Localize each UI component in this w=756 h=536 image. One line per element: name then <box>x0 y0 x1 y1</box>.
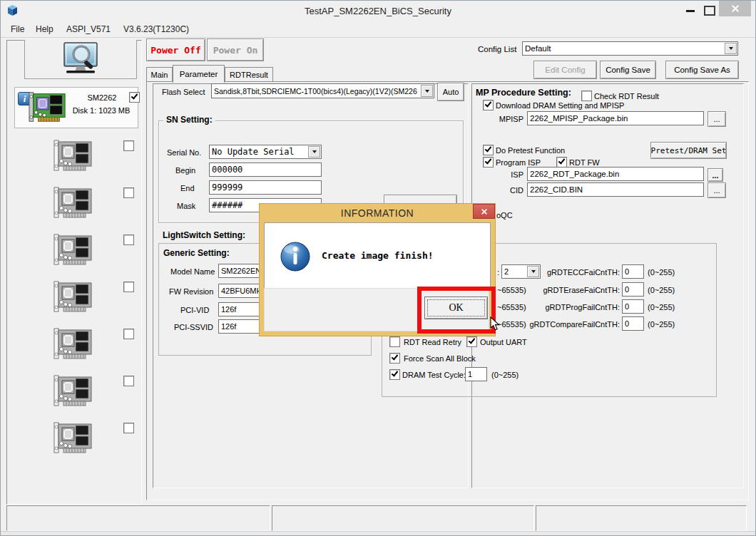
rdt-row1-value: 2 <box>504 267 509 276</box>
red-highlight-annotation <box>417 287 496 334</box>
pci-ssvid-label: PCI-SSVID <box>174 323 213 331</box>
auto-button[interactable]: Auto <box>437 83 464 101</box>
serial-no-combobox[interactable]: No Update Serial <box>209 145 322 159</box>
flash-select-dropdown-icon[interactable] <box>421 85 433 97</box>
rdt-read-retry-label: RDT Read Retry <box>404 338 461 346</box>
begin-input[interactable]: 000000 <box>209 163 322 177</box>
grdtprog-range: (0~255) <box>648 303 675 311</box>
tab-rdtresult[interactable]: RDTResult <box>225 67 273 82</box>
rdt-read-retry-checkbox[interactable] <box>389 336 400 347</box>
close-icon <box>732 5 739 12</box>
config-save-button[interactable]: Config Save <box>600 61 656 79</box>
config-list-dropdown-icon[interactable] <box>725 43 737 54</box>
device-checkbox[interactable] <box>123 282 134 292</box>
rdt-row1-dropdown-icon[interactable] <box>527 266 539 277</box>
menu-file[interactable]: File <box>11 24 24 34</box>
device-slot-empty[interactable] <box>7 234 140 269</box>
dram-test-cycle-range: (0~255) <box>491 371 519 379</box>
end-input[interactable]: 999999 <box>209 180 322 195</box>
scan-disk-icon <box>58 42 103 76</box>
force-scan-checkbox[interactable] <box>389 353 400 364</box>
grdtcompare-range: (0~255) <box>648 320 675 329</box>
mask-label: Mask <box>177 202 195 210</box>
config-save-as-button[interactable]: Config Save As <box>665 61 739 79</box>
generic-setting-title: Generic Setting: <box>163 248 230 258</box>
output-uart-label: Output UART <box>480 338 527 346</box>
grdtcompare-input[interactable]: 0 <box>622 316 644 331</box>
device-slot-empty[interactable] <box>7 281 140 316</box>
mpisp-browse-button[interactable]: ... <box>708 111 726 127</box>
power-off-button[interactable]: Power Off <box>146 38 205 61</box>
dram-test-cycle-label: DRAM Test Cycle: <box>402 371 466 379</box>
device-checkbox[interactable] <box>129 92 140 103</box>
grdtecc-input[interactable]: 0 <box>622 264 644 279</box>
grdtcompare-label: gRDTCompareFailCntTH: <box>500 320 620 329</box>
serial-no-label: Serial No. <box>167 148 201 157</box>
grdtecc-label: gRDTECCFaiCntTH: <box>544 268 620 277</box>
titlebar: TestAP_SM2262EN_BiCS_Security <box>1 1 755 21</box>
device-slot-empty[interactable] <box>7 375 140 411</box>
grdtprog-input[interactable]: 0 <box>622 299 644 314</box>
grdterase-input[interactable]: 0 <box>622 282 644 297</box>
status-panel-left <box>6 505 270 531</box>
window-title: TestAP_SM2262EN_BiCS_Security <box>1 6 755 16</box>
device-slot-empty[interactable] <box>7 140 140 175</box>
dram-test-cycle-checkbox[interactable] <box>389 369 400 380</box>
config-list-combobox[interactable]: Default <box>522 41 738 56</box>
download-dram-checkbox[interactable] <box>483 100 494 110</box>
cid-input[interactable]: 2262_CID.BIN <box>527 182 704 197</box>
lightswitch-title: LightSwitch Setting: <box>163 230 245 240</box>
output-uart-checkbox[interactable] <box>466 336 477 347</box>
dialog-close-button[interactable] <box>473 204 495 219</box>
minimize-button[interactable] <box>686 10 695 12</box>
rdt-fw-checkbox[interactable] <box>556 157 567 168</box>
do-pretest-checkbox[interactable] <box>483 145 494 155</box>
dialog-body: Create image finish! <box>264 222 491 289</box>
edit-config-button[interactable]: Edit Config <box>533 61 597 79</box>
device-card-icon-gray <box>53 422 93 453</box>
maximize-button[interactable] <box>704 6 715 16</box>
mpisp-label: MPISP <box>496 115 523 123</box>
device-card-icon-gray <box>53 375 93 406</box>
tab-main[interactable]: Main <box>146 67 173 82</box>
check-rdt-result-label: Check RDT Result <box>594 92 659 100</box>
device-checkbox[interactable] <box>123 376 134 386</box>
status-panel-right <box>536 505 747 531</box>
mpisp-input[interactable]: 2262_MPISP_Package.bin <box>527 111 704 125</box>
rdt-fw-label: RDT FW <box>569 158 600 167</box>
serial-no-dropdown-icon[interactable] <box>308 146 320 158</box>
scan-button[interactable] <box>24 40 137 79</box>
device-checkbox[interactable] <box>123 329 134 339</box>
cid-browse-button[interactable]: ... <box>708 182 726 198</box>
grdtecc-range: (0~255) <box>648 268 675 277</box>
device-checkbox[interactable] <box>123 187 134 198</box>
pretest-dram-set-button[interactable]: Pretest/DRAM Set <box>650 142 727 159</box>
dialog-message: Create image finish! <box>322 250 434 261</box>
tab-parameter[interactable]: Parameter <box>173 65 225 83</box>
begin-label: Begin <box>175 166 195 175</box>
device-panel: i SM2262 Disk 1: 1023 MB <box>6 40 142 505</box>
program-isp-checkbox[interactable] <box>483 157 494 168</box>
menu-version[interactable]: V3.6.23(T1230C) <box>123 24 189 34</box>
device-checkbox[interactable] <box>123 423 134 433</box>
device-slot-empty[interactable] <box>7 187 140 222</box>
flash-select-combobox[interactable]: Sandisk,8Tbit,SDRCIEMC-1T00(bics4)(Legac… <box>211 83 434 98</box>
device-slot-empty[interactable] <box>7 328 140 364</box>
power-on-button[interactable]: Power On <box>207 38 264 61</box>
menu-aspi[interactable]: ASPI_V571 <box>66 24 111 34</box>
rdt-row1-combobox[interactable]: 2 <box>501 264 541 279</box>
config-list-label: Config List <box>478 45 516 53</box>
check-rdt-result-checkbox[interactable] <box>581 91 592 101</box>
device-checkbox[interactable] <box>123 234 134 245</box>
device-disk-size: Disk 1: 1023 MB <box>66 106 136 115</box>
close-button[interactable] <box>719 1 751 16</box>
menu-help[interactable]: Help <box>36 24 53 34</box>
device-checkbox[interactable] <box>123 140 134 151</box>
isp-input[interactable]: 2262_RDT_Package.bin <box>527 167 704 181</box>
device-card-icon-gray <box>53 328 93 359</box>
download-dram-label: Download DRAM Setting and MPISP <box>496 101 624 110</box>
device-item-selected[interactable]: i SM2262 Disk 1: 1023 MB <box>14 87 138 128</box>
device-slot-empty[interactable] <box>7 422 140 458</box>
dram-test-cycle-input[interactable]: 1 <box>465 367 487 381</box>
isp-browse-button[interactable]: ... <box>708 168 723 182</box>
